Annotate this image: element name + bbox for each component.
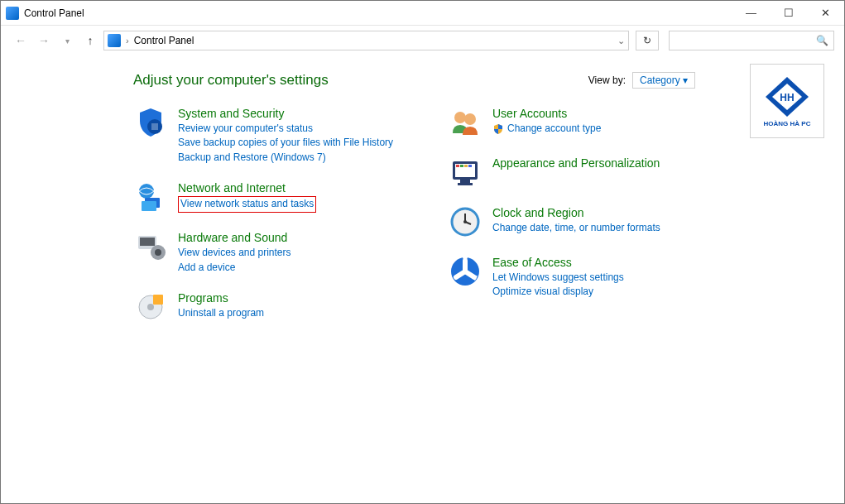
category-icon <box>448 204 483 239</box>
window-title: Control Panel <box>24 7 84 19</box>
maximize-button[interactable]: ☐ <box>770 1 807 26</box>
search-icon: 🔍 <box>816 35 828 46</box>
address-bar[interactable]: › Control Panel ⌄ <box>103 31 629 50</box>
category-title[interactable]: Clock and Region <box>492 206 660 219</box>
brand-text: HOÀNG HÀ PC <box>764 120 811 127</box>
forward-button[interactable]: → <box>34 31 54 50</box>
category-column-right: User AccountsChange account typeAppearan… <box>448 105 729 339</box>
svg-rect-9 <box>140 238 155 246</box>
back-button[interactable]: ← <box>11 31 31 50</box>
svg-rect-25 <box>458 183 473 185</box>
category-icon <box>133 229 168 264</box>
category-title[interactable]: Appearance and Personalization <box>492 156 660 170</box>
category-title[interactable]: System and Security <box>178 107 393 120</box>
category-item: System and SecurityReview your computer'… <box>133 105 415 165</box>
svg-point-29 <box>463 220 467 223</box>
svg-rect-20 <box>456 165 459 167</box>
category-item: ProgramsUninstall a program <box>133 290 415 324</box>
minimize-button[interactable]: — <box>732 1 770 26</box>
view-by-dropdown[interactable]: Category ▾ <box>632 72 695 89</box>
svg-point-5 <box>139 184 154 199</box>
logo-icon: HH <box>762 75 812 118</box>
svg-point-14 <box>147 304 154 310</box>
category-icon <box>448 105 483 140</box>
svg-point-17 <box>464 113 476 125</box>
category-link[interactable]: Save backup copies of your files with Fi… <box>178 136 393 150</box>
category-icon <box>448 155 483 190</box>
category-link[interactable]: Backup and Restore (Windows 7) <box>178 151 393 165</box>
page-heading: Adjust your computer's settings <box>133 72 824 89</box>
svg-rect-23 <box>468 165 472 167</box>
category-item: Hardware and SoundView devices and print… <box>133 229 415 275</box>
svg-text:HH: HH <box>780 92 794 103</box>
category-link[interactable]: Add a device <box>178 261 291 275</box>
search-box[interactable]: 🔍 <box>669 31 834 50</box>
toolbar: ← → ▾ ↑ › Control Panel ⌄ ↻ 🔍 <box>1 26 844 55</box>
view-by-control: View by: Category ▾ <box>588 72 695 89</box>
address-bar-icon <box>108 34 121 47</box>
refresh-button[interactable]: ↻ <box>636 31 659 50</box>
category-title[interactable]: User Accounts <box>492 107 601 120</box>
category-item: Appearance and Personalization <box>448 155 729 190</box>
category-item: Ease of AccessLet Windows suggest settin… <box>448 254 729 300</box>
category-link[interactable]: Change account type <box>492 122 601 136</box>
category-link[interactable]: Change date, time, or number formats <box>492 221 660 235</box>
category-item: User AccountsChange account type <box>448 105 729 140</box>
category-item: Clock and RegionChange date, time, or nu… <box>448 204 729 239</box>
category-icon <box>133 290 168 324</box>
category-icon <box>133 180 168 214</box>
category-icon <box>448 254 483 289</box>
category-title[interactable]: Hardware and Sound <box>178 231 291 244</box>
category-title[interactable]: Ease of Access <box>492 256 624 269</box>
category-title[interactable]: Network and Internet <box>178 181 316 194</box>
svg-rect-22 <box>464 165 468 167</box>
category-link[interactable]: View network status and tasks <box>178 196 316 212</box>
category-icon <box>133 105 168 140</box>
category-item: Network and InternetView network status … <box>133 180 415 214</box>
svg-rect-24 <box>460 180 470 183</box>
address-dropdown-icon[interactable]: ⌄ <box>617 36 625 46</box>
view-by-label: View by: <box>588 74 626 86</box>
category-title[interactable]: Programs <box>178 291 264 305</box>
recent-locations-button[interactable]: ▾ <box>57 31 77 50</box>
main-content: Adjust your computer's settings View by:… <box>1 55 844 339</box>
control-panel-icon <box>6 7 19 20</box>
svg-rect-4 <box>151 123 158 130</box>
svg-point-11 <box>155 249 161 256</box>
address-path: Control Panel <box>134 35 194 46</box>
up-button[interactable]: ↑ <box>80 31 100 50</box>
category-link[interactable]: Optimize visual display <box>492 285 624 299</box>
category-link[interactable]: View devices and printers <box>178 246 291 260</box>
brand-logo: HH HOÀNG HÀ PC <box>750 64 824 138</box>
category-column-left: System and SecurityReview your computer'… <box>133 105 415 339</box>
chevron-right-icon: › <box>126 36 129 46</box>
category-link[interactable]: Uninstall a program <box>178 306 264 320</box>
svg-rect-15 <box>153 295 163 305</box>
title-bar: Control Panel — ☐ ✕ <box>1 1 844 26</box>
close-button[interactable]: ✕ <box>807 1 844 26</box>
svg-point-16 <box>454 112 466 123</box>
svg-rect-21 <box>460 165 463 167</box>
category-link[interactable]: Review your computer's status <box>178 122 393 136</box>
category-link[interactable]: Let Windows suggest settings <box>492 271 624 285</box>
svg-rect-7 <box>142 201 156 211</box>
